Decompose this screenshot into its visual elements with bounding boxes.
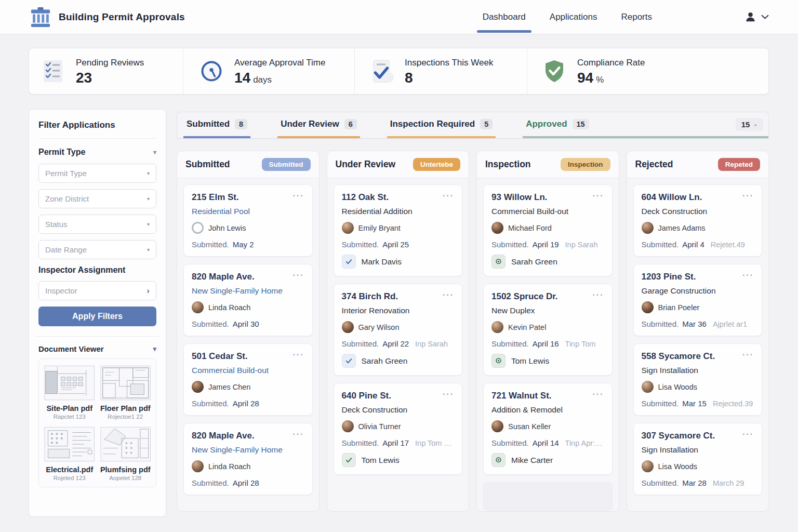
document-site-plan[interactable]: Site-Plan pdf Rapctet 123 xyxy=(44,365,95,420)
tab-count-badge: 6 xyxy=(344,119,357,129)
card-menu-icon[interactable]: ··· xyxy=(742,192,754,200)
tab-overflow-dropdown[interactable]: 15 ⌄ xyxy=(736,118,763,131)
column-inspection: Inspection Inspection 93 Willow Ln.··· C… xyxy=(476,151,619,512)
card-assignee: Lisa Woods xyxy=(642,381,754,393)
checkbox-icon[interactable] xyxy=(342,255,356,269)
nav-dashboard[interactable]: Dashboard xyxy=(483,0,526,34)
card-permit-type[interactable]: New Single-Family Home xyxy=(192,445,304,455)
avatar xyxy=(491,321,503,333)
nav-applications[interactable]: Applications xyxy=(550,0,597,34)
permit-card[interactable]: 93 Willow Ln.··· Commercial Build-out Mi… xyxy=(483,184,613,276)
inspector-note: Inp Sarah xyxy=(565,241,598,249)
document-name: Floer Plan pdf xyxy=(100,404,151,413)
permit-card[interactable]: 215 Elm St.··· Residential Pool John Lew… xyxy=(183,184,313,257)
permit-card[interactable]: 374 Birch Rd.··· Interior Renovation Gar… xyxy=(334,284,463,376)
inspector-select-value: Inspector xyxy=(45,286,77,295)
stat-label: Average Approval Time xyxy=(234,58,325,68)
card-menu-icon[interactable]: ··· xyxy=(443,192,454,200)
reviewer-row: Sarah Green xyxy=(342,354,455,368)
card-permit-type: Addition & Remodel xyxy=(491,405,604,415)
submitted-date: Mar 15 xyxy=(682,399,707,408)
card-menu-icon[interactable]: ··· xyxy=(293,431,304,438)
permit-card[interactable]: 112 Oak St.··· Residential Addition Emil… xyxy=(334,184,463,276)
tab-under-review[interactable]: Under Review 6 xyxy=(277,112,360,138)
card-menu-icon[interactable]: ··· xyxy=(293,272,304,279)
inspector-note: Tinp Tom xyxy=(565,340,596,348)
tab-approved[interactable]: Approved 15 xyxy=(523,119,592,129)
avatar xyxy=(342,420,354,432)
reviewer-row: Mark Davis xyxy=(342,255,455,269)
card-permit-type: Interior Renovation xyxy=(342,306,455,315)
permit-type-section-toggle[interactable]: Permit Type ▾ xyxy=(38,148,156,157)
rejection-note: March 29 xyxy=(713,479,744,487)
assignee-name: Michael Ford xyxy=(508,224,552,232)
inspector-name: Mike Carter xyxy=(511,456,553,465)
chevron-down-icon: ▾ xyxy=(147,196,150,202)
card-menu-icon[interactable]: ··· xyxy=(593,192,604,200)
status-select-value: Status xyxy=(45,220,68,229)
apply-filters-button[interactable]: Apply Filters xyxy=(38,307,156,326)
reviewer-name: Mark Davis xyxy=(362,257,402,267)
permit-card[interactable]: 820 Maple Ave.··· New Single-Family Home… xyxy=(183,264,313,336)
card-permit-type[interactable]: Commercial Build-out xyxy=(192,366,304,375)
card-permit-type: Sign Installation xyxy=(642,366,754,375)
column-header: Submitted Submitted xyxy=(177,151,319,178)
permit-card[interactable]: 604 Willow Ln.··· Deck Construction Jame… xyxy=(633,184,763,257)
status-select[interactable]: Status ▾ xyxy=(38,215,156,234)
document-grid: Site-Plan pdf Rapctet 123 Floer Plan pdf… xyxy=(38,358,156,487)
chevron-down-icon: ▾ xyxy=(153,149,156,156)
status-badge: Inspection xyxy=(561,158,610,171)
permit-type-section-label: Permit Type xyxy=(38,148,85,157)
checklist-icon xyxy=(41,59,65,84)
divider xyxy=(35,336,159,337)
checkbox-icon[interactable] xyxy=(342,453,356,467)
submitted-date: April 28 xyxy=(233,478,259,487)
tab-label: Inspection Required xyxy=(390,119,475,129)
document-viewer-toggle[interactable]: Document Viewer ▾ xyxy=(38,344,156,353)
card-menu-icon[interactable]: ··· xyxy=(293,351,304,358)
permit-card[interactable]: 558 Sycamore Ct.··· Sign Installation Li… xyxy=(633,343,763,416)
card-menu-icon[interactable]: ··· xyxy=(742,431,754,438)
permit-card[interactable]: 501 Cedar St.··· Commercial Build-out Ja… xyxy=(183,343,313,416)
zone-district-select[interactable]: Zone District ▾ xyxy=(38,189,156,208)
card-menu-icon[interactable]: ··· xyxy=(593,391,604,398)
permit-card[interactable]: 1502 Spruce Dr.··· New Duplex Kevin Pate… xyxy=(483,284,613,376)
card-permit-type[interactable]: Residential Pool xyxy=(192,207,304,216)
app-title: Building Permit Approvals xyxy=(59,11,185,23)
card-address: 721 Walnut St. xyxy=(491,391,552,401)
submitted-date: April 14 xyxy=(533,438,559,447)
card-menu-icon[interactable]: ··· xyxy=(443,391,454,398)
document-electrical[interactable]: Electrical.pdf Rojeted 123 xyxy=(44,426,95,481)
user-menu[interactable] xyxy=(744,11,769,23)
chevron-down-icon: ▾ xyxy=(147,221,150,227)
tab-label: Under Review xyxy=(281,119,339,129)
inspector-select[interactable]: Inspector › xyxy=(38,281,156,300)
permit-card[interactable]: 721 Walnut St.··· Addition & Remodel Sus… xyxy=(483,383,613,475)
permit-card[interactable]: 820 Maple Ave.··· New Single-Family Home… xyxy=(183,423,313,495)
assignee-name: Linda Roach xyxy=(208,303,250,312)
stat-label: Inspections This Week xyxy=(405,58,493,68)
tab-inspection-required[interactable]: Inspection Required 5 xyxy=(387,112,496,138)
card-menu-icon[interactable]: ··· xyxy=(742,351,754,358)
nav-reports[interactable]: Reports xyxy=(621,0,652,34)
date-range-select[interactable]: Date Range ▾ xyxy=(38,240,156,259)
card-assignee: Brian Poeler xyxy=(642,301,754,313)
permit-card[interactable]: 307 Sycamore Ct.··· Sign Installation Li… xyxy=(633,423,763,495)
inspector-note: Inp Tom Lewis xyxy=(415,439,454,447)
card-menu-icon[interactable]: ··· xyxy=(593,291,604,299)
tab-submitted[interactable]: Submitted 8 xyxy=(183,112,250,138)
checkbox-icon[interactable] xyxy=(342,354,356,368)
permit-card[interactable]: 640 Pine St.··· Deck Construction Olivia… xyxy=(334,383,463,475)
card-menu-icon[interactable]: ··· xyxy=(443,291,454,299)
card-menu-icon[interactable]: ··· xyxy=(293,192,304,200)
card-footer: Submitted.Mar 36Ajprlet ar1 xyxy=(642,320,754,328)
card-permit-type: Deck Construction xyxy=(342,405,455,415)
card-footer: Submitted.Mar 28March 29 xyxy=(642,478,754,487)
document-plumbing[interactable]: Plumfsing pdf Aopetet 128 xyxy=(100,426,151,481)
permit-type-select[interactable]: Permit Type ▾ xyxy=(38,164,156,183)
card-menu-icon[interactable]: ··· xyxy=(742,272,754,279)
document-floor-plan[interactable]: Floer Plan pdf Rojectoe1 22 xyxy=(100,365,151,420)
document-viewer-label: Document Viewer xyxy=(38,344,104,353)
permit-card[interactable]: 1203 Pine St.··· Garage Construction Bri… xyxy=(633,264,763,336)
card-permit-type[interactable]: New Single-Family Home xyxy=(192,286,304,296)
